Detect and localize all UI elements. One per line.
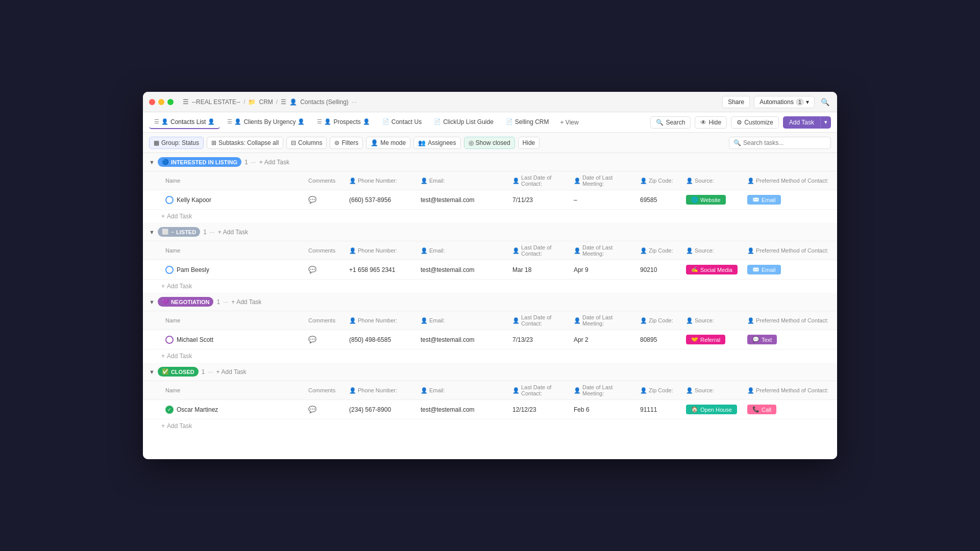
collapse-negotiation-icon[interactable]: ▼ bbox=[149, 299, 155, 305]
task-name-text-michael[interactable]: Michael Scott bbox=[177, 336, 213, 343]
maximize-dot[interactable] bbox=[167, 99, 174, 105]
pref-label-oscar: Call bbox=[762, 407, 771, 413]
status-circle-kelly[interactable] bbox=[165, 196, 174, 204]
hide-icon: 👁 bbox=[700, 119, 706, 126]
group-label: Group: Status bbox=[161, 139, 199, 146]
search-tasks-input[interactable] bbox=[743, 139, 826, 146]
status-circle-michael[interactable] bbox=[165, 336, 174, 344]
group-closed-more-icon[interactable]: ··· bbox=[208, 368, 213, 375]
comment-icon-kelly[interactable]: 💬 bbox=[308, 196, 316, 204]
add-task-row-interested[interactable]: + Add Task bbox=[143, 210, 837, 223]
group-status-button[interactable]: ▦ Group: Status bbox=[149, 137, 204, 149]
search-nav-label: Search bbox=[666, 119, 685, 126]
source-badge-kelly[interactable]: 🌐 Website bbox=[686, 195, 726, 205]
add-task-listed-button[interactable]: + Add Task bbox=[218, 229, 248, 236]
badge-interested: 🔵 INTERESTED IN LISTING bbox=[158, 157, 241, 167]
tab-more-icon[interactable]: 👤 bbox=[208, 118, 215, 125]
search-nav-icon: 🔍 bbox=[656, 119, 664, 126]
group-closed-count: 1 bbox=[202, 368, 205, 375]
subtasks-button[interactable]: ⊞ Subtasks: Collapse all bbox=[207, 137, 283, 149]
group-neg-more-icon[interactable]: ··· bbox=[223, 298, 228, 306]
breadcrumb-item-3[interactable]: Contacts (Selling) bbox=[300, 98, 349, 106]
table-row: Kelly Kapoor 💬 (660) 537-8956 test@teste… bbox=[143, 190, 837, 210]
comment-icon-pam[interactable]: 💬 bbox=[308, 266, 316, 273]
breadcrumb-item-1[interactable]: --REAL ESTATE-- bbox=[192, 98, 240, 106]
col-headers-closed: Name Comments 👤 Phone Number: 👤 Email: 👤… bbox=[143, 381, 837, 400]
columns-button[interactable]: ⊟ Columns bbox=[286, 137, 327, 149]
automations-button[interactable]: Automations 1 ▾ bbox=[754, 96, 815, 108]
tab-selling-crm[interactable]: 📄 Selling CRM bbox=[501, 116, 554, 129]
task-name-text-oscar[interactable]: Oscar Martinez bbox=[177, 406, 218, 413]
person-col-icon-7: 👤 bbox=[747, 178, 754, 184]
search-nav-button[interactable]: 🔍 Search bbox=[650, 116, 691, 129]
pref-badge-kelly[interactable]: ✉️ Email bbox=[747, 195, 781, 205]
search-tasks-bar[interactable]: 🔍 bbox=[729, 137, 831, 149]
pref-badge-michael[interactable]: 💬 Text bbox=[747, 335, 777, 344]
plus-row-icon-3: + bbox=[161, 353, 165, 360]
minimize-dot[interactable] bbox=[158, 99, 164, 105]
share-button[interactable]: Share bbox=[722, 96, 750, 108]
pref-badge-pam[interactable]: ✉️ Email bbox=[747, 265, 781, 274]
cell-source-kelly: 🌐 Website bbox=[682, 192, 743, 208]
hide-button[interactable]: 👁 Hide bbox=[695, 116, 727, 129]
group-interested-count: 1 bbox=[244, 159, 248, 166]
tab-contacts-list[interactable]: ☰ 👤 Contacts List 👤 bbox=[149, 116, 220, 129]
status-circle-pam[interactable] bbox=[165, 266, 174, 274]
search-icon[interactable]: 🔍 bbox=[819, 96, 831, 108]
add-task-interested-button[interactable]: + Add Task bbox=[259, 159, 289, 166]
add-view-button[interactable]: + View bbox=[556, 117, 583, 128]
collapse-closed-icon[interactable]: ▼ bbox=[149, 369, 155, 375]
more-options-icon[interactable]: ··· bbox=[352, 98, 357, 106]
status-circle-oscar[interactable]: ✓ bbox=[165, 406, 174, 414]
table-row: Pam Beesly 💬 +1 658 965 2341 test@testem… bbox=[143, 260, 837, 280]
cell-comments-oscar[interactable]: 💬 bbox=[304, 403, 345, 416]
plus-row-icon: + bbox=[161, 213, 165, 220]
task-name-text-pam[interactable]: Pam Beesly bbox=[177, 266, 209, 273]
badge-neg-icon: 💜 bbox=[162, 298, 169, 305]
group-negotiation-count: 1 bbox=[216, 298, 220, 306]
tab-prospects[interactable]: ☰ 👤 Prospects 👤 bbox=[312, 116, 375, 129]
tab-clickup-list-guide[interactable]: 📄 ClickUp List Guide bbox=[429, 116, 499, 129]
comment-icon-oscar[interactable]: 💬 bbox=[308, 406, 316, 413]
source-badge-oscar[interactable]: 🏠 Open House bbox=[686, 405, 737, 414]
task-name-text-kelly[interactable]: Kelly Kapoor bbox=[177, 196, 211, 204]
pref-badge-oscar[interactable]: 📞 Call bbox=[747, 405, 776, 414]
person-col-icon-4: 👤 bbox=[574, 178, 581, 184]
plus-neg-icon: + bbox=[231, 298, 235, 306]
collapse-interested-icon[interactable]: ▼ bbox=[149, 159, 155, 165]
cell-comments-michael[interactable]: 💬 bbox=[304, 333, 345, 346]
add-task-row-negotiation[interactable]: + Add Task bbox=[143, 349, 837, 363]
cell-comments-kelly[interactable]: 💬 bbox=[304, 193, 345, 207]
source-label-michael: Referral bbox=[700, 337, 720, 343]
add-task-row-closed[interactable]: + Add Task bbox=[143, 419, 837, 433]
customize-button[interactable]: ⚙ Customize bbox=[731, 116, 779, 129]
filters-button[interactable]: ⊜ Filters bbox=[330, 137, 363, 149]
badge-closed-icon: ✅ bbox=[162, 368, 169, 375]
cell-last-contact-michael: 7/13/23 bbox=[508, 333, 570, 346]
show-closed-button[interactable]: ◎ Show closed bbox=[464, 137, 515, 149]
add-task-row-listed[interactable]: + Add Task bbox=[143, 280, 837, 293]
cell-comments-pam[interactable]: 💬 bbox=[304, 263, 345, 277]
col-headers-listed: Name Comments 👤 Phone Number: 👤 Email: 👤… bbox=[143, 241, 837, 260]
close-dot[interactable] bbox=[149, 99, 155, 105]
cell-last-contact-kelly: 7/11/23 bbox=[508, 193, 570, 207]
breadcrumb-item-2[interactable]: CRM bbox=[259, 98, 273, 106]
add-task-button[interactable]: Add Task bbox=[783, 116, 820, 129]
tab-label-contacts-list: Contacts List bbox=[170, 118, 206, 126]
hide-toolbar-button[interactable]: Hide bbox=[518, 137, 540, 149]
source-badge-pam[interactable]: ✍️ Social Media bbox=[686, 265, 738, 274]
source-badge-michael[interactable]: 🤝 Referral bbox=[686, 335, 725, 344]
add-task-negotiation-button[interactable]: + Add Task bbox=[231, 298, 261, 306]
me-mode-button[interactable]: 👤 Me mode bbox=[366, 137, 410, 149]
add-task-closed-button[interactable]: + Add Task bbox=[216, 368, 246, 375]
group-more-icon[interactable]: ··· bbox=[251, 159, 256, 166]
tab-contact-us[interactable]: 📄 Contact Us bbox=[377, 116, 427, 129]
add-task-dropdown-button[interactable]: ▾ bbox=[820, 116, 831, 129]
assignees-button[interactable]: 👥 Assignees bbox=[413, 137, 460, 149]
comment-icon-michael[interactable]: 💬 bbox=[308, 336, 316, 343]
collapse-listed-icon[interactable]: ▼ bbox=[149, 229, 155, 235]
assignees-icon: 👥 bbox=[418, 139, 426, 146]
group-listed-more-icon[interactable]: ··· bbox=[210, 229, 215, 236]
tab-clients-by-urgency[interactable]: ☰ 👤 Clients By Urgency 👤 bbox=[222, 116, 310, 129]
call-icon-oscar: 📞 bbox=[752, 406, 760, 413]
